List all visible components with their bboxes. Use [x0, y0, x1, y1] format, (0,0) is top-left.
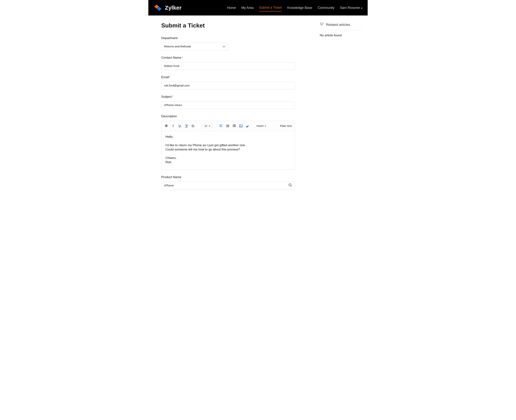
email-input[interactable]: [161, 82, 295, 90]
field-contact-name: Contact Name*: [161, 56, 309, 70]
related-articles-header: Related articles: [320, 22, 362, 30]
chevron-down-icon: [361, 8, 362, 9]
svg-point-7: [226, 125, 227, 125]
label-subject: Subject*: [161, 95, 309, 99]
contact-name-input[interactable]: [161, 62, 295, 70]
insert-image-button[interactable]: [239, 124, 243, 128]
svg-point-8: [226, 126, 227, 126]
bullet-list-button[interactable]: [226, 124, 230, 128]
department-select[interactable]: Returns and Refunds: [161, 43, 228, 50]
chevron-down-icon: [265, 126, 266, 127]
label-department: Department: [161, 36, 309, 40]
italic-button[interactable]: I: [171, 124, 175, 128]
svg-rect-2: [185, 127, 188, 128]
nav-my-area[interactable]: My Area: [241, 4, 254, 11]
search-icon: [288, 183, 292, 188]
svg-point-19: [289, 184, 291, 186]
product-name-input[interactable]: [164, 184, 282, 187]
font-size-value: 12: [204, 124, 207, 128]
top-nav: Home My Area Submit a Ticket Knowledge B…: [227, 4, 362, 11]
required-asterisk: *: [172, 95, 173, 98]
chevron-down-icon: [209, 126, 210, 127]
description-textarea[interactable]: Hello, I'd like to return my Phone as I …: [162, 131, 295, 170]
related-articles-empty: No article found: [320, 34, 362, 37]
required-asterisk: *: [170, 75, 171, 79]
nav-home[interactable]: Home: [227, 4, 236, 11]
editor-toolbar: B I U 12: [162, 121, 295, 131]
insert-menu[interactable]: Insert: [257, 124, 266, 128]
svg-rect-17: [239, 125, 242, 127]
required-asterisk: *: [182, 56, 183, 59]
page-title: Submit a Ticket: [161, 22, 309, 29]
ticket-form: Submit a Ticket Department Returns and R…: [161, 22, 309, 189]
fill-color-button[interactable]: [191, 124, 195, 128]
font-size-select[interactable]: 12: [202, 124, 212, 128]
svg-point-9: [226, 127, 227, 127]
field-description: Description B I U: [161, 114, 309, 170]
svg-marker-21: [320, 22, 324, 24]
chevron-down-icon: [222, 45, 226, 48]
nav-submit-ticket[interactable]: Submit a Ticket: [259, 4, 282, 11]
field-subject: Subject*: [161, 95, 309, 109]
bold-button[interactable]: B: [164, 124, 169, 128]
product-name-search[interactable]: [161, 182, 295, 189]
svg-line-20: [291, 186, 292, 187]
label-description: Description: [161, 114, 309, 118]
plain-text-toggle[interactable]: Plain text: [280, 124, 292, 128]
sidebar: Related articles No article found: [320, 22, 368, 189]
subject-input[interactable]: [161, 101, 295, 109]
brand-name: Zylker: [165, 5, 182, 11]
field-email: Email*: [161, 75, 309, 90]
indent-button[interactable]: [232, 124, 236, 128]
nav-user-name: Sam Rossner: [340, 6, 360, 10]
label-email: Email*: [161, 75, 309, 79]
svg-marker-16: [233, 125, 234, 126]
underline-button[interactable]: U: [178, 124, 182, 128]
department-value: Returns and Refunds: [164, 45, 191, 48]
related-articles-label: Related articles: [326, 23, 350, 27]
align-left-button[interactable]: [219, 124, 223, 128]
app-header: Zylker Home My Area Submit a Ticket Know…: [148, 0, 368, 15]
rich-text-editor: B I U 12: [161, 121, 295, 170]
label-contact-name: Contact Name*: [161, 56, 309, 60]
field-product-name: Product Name: [161, 175, 309, 189]
brand: Zylker: [154, 4, 182, 11]
field-department: Department Returns and Refunds: [161, 36, 309, 50]
label-product-name: Product Name: [161, 175, 309, 179]
nav-community[interactable]: Community: [318, 4, 334, 11]
nav-user-menu[interactable]: Sam Rossner: [340, 4, 362, 11]
layers-icon: [320, 22, 324, 27]
brand-logo-icon: [154, 4, 162, 11]
svg-point-3: [194, 126, 195, 127]
nav-knowledge-base[interactable]: Knowledge Base: [287, 4, 312, 11]
clear-formatting-button[interactable]: [245, 124, 250, 128]
text-color-button[interactable]: [184, 124, 188, 128]
